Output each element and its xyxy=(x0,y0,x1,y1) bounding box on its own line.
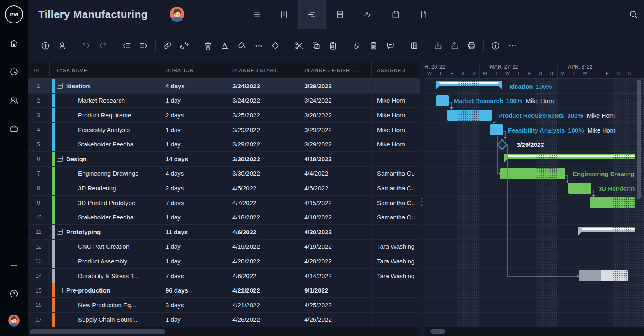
planned-start-cell[interactable]: 3/29/2022 xyxy=(227,123,299,137)
planned-finish-cell[interactable]: 4/4/2022 xyxy=(299,167,372,181)
table-row[interactable]: 13 Product Assembly 1 day 4/20/2022 4/20… xyxy=(28,254,420,269)
table-hscrollbar-thumb[interactable] xyxy=(30,329,165,334)
table-row[interactable]: 1 Ideation 4 days 3/24/2022 3/29/2022 xyxy=(28,79,420,94)
assigned-cell[interactable] xyxy=(372,152,420,166)
gantt-hscrollbar-thumb[interactable] xyxy=(430,329,445,334)
planned-finish-cell[interactable]: 9/1/2022 xyxy=(299,283,372,297)
table-row[interactable]: 7 Engineering Drawings 4 days 3/30/2022 … xyxy=(28,167,420,181)
gantt-milestone[interactable] xyxy=(497,139,508,150)
task-name-cell[interactable]: Pre-production xyxy=(50,283,160,297)
duration-cell[interactable]: 96 days xyxy=(160,283,227,297)
gantt-task-bar[interactable] xyxy=(568,183,591,194)
duration-cell[interactable]: 4 days xyxy=(160,167,227,181)
planned-start-cell[interactable]: 3/24/2022 xyxy=(227,79,299,93)
planned-start-cell[interactable]: 4/21/2022 xyxy=(227,283,299,297)
assigned-cell[interactable]: Mike Horn xyxy=(372,123,420,137)
table-row[interactable]: 9 3D Printed Prototype 7 days 4/7/2022 4… xyxy=(28,196,420,210)
collapse-group-icon[interactable] xyxy=(57,229,63,235)
duration-cell[interactable]: 11 days xyxy=(160,225,227,239)
add-task-button[interactable] xyxy=(37,37,54,55)
assigned-cell[interactable]: Tara Washing xyxy=(372,240,420,254)
duration-cell[interactable]: 1 day xyxy=(160,94,227,108)
table-row[interactable]: 16 New Production Eq... 3 days 4/21/2022… xyxy=(28,298,420,313)
duration-cell[interactable]: 1 day xyxy=(160,313,227,327)
task-name-cell[interactable]: Market Research xyxy=(50,94,160,108)
planned-start-cell[interactable]: 4/6/2022 xyxy=(227,225,299,239)
duration-cell[interactable]: 14 days xyxy=(160,152,227,166)
search-button[interactable] xyxy=(623,0,644,29)
panel-splitter[interactable] xyxy=(420,62,424,336)
sidebar-item-help[interactable] xyxy=(7,287,21,300)
planned-finish-cell[interactable]: 4/14/2022 xyxy=(299,269,372,283)
table-row[interactable]: 2 Market Research 1 day 3/24/2022 3/24/2… xyxy=(28,94,420,108)
assigned-cell[interactable] xyxy=(372,79,420,93)
task-name-cell[interactable]: Stakeholder Feedba... xyxy=(50,137,160,151)
planned-start-cell[interactable]: 4/7/2022 xyxy=(227,196,299,210)
sidebar-user-avatar[interactable] xyxy=(8,314,20,327)
sidebar-item-home[interactable] xyxy=(7,37,21,50)
outdent-button[interactable] xyxy=(118,37,135,55)
duration-cell[interactable]: 1 day xyxy=(160,254,227,268)
notes-button[interactable] xyxy=(365,37,382,55)
assigned-cell[interactable] xyxy=(372,225,420,239)
task-name-cell[interactable]: Product Assembly xyxy=(50,254,160,268)
planned-finish-cell[interactable]: 4/6/2022 xyxy=(299,181,372,195)
sidebar-item-plus[interactable] xyxy=(7,259,21,272)
task-name-cell[interactable]: Stakeholder Feedba... xyxy=(50,210,160,224)
planned-finish-cell[interactable]: 3/29/2022 xyxy=(299,123,372,137)
task-name-cell[interactable]: 3D Rendering xyxy=(50,181,160,195)
planned-start-cell[interactable]: 3/29/2022 xyxy=(227,137,299,151)
table-row[interactable]: 17 Supply Chain Sourci... 1 day 4/26/202… xyxy=(28,313,420,327)
table-row[interactable]: 15 Pre-production 96 days 4/21/2022 9/1/… xyxy=(28,283,420,298)
tab-gantt-view[interactable] xyxy=(298,0,326,29)
planned-start-cell[interactable]: 4/26/2022 xyxy=(227,313,299,327)
task-name-cell[interactable]: Feasibility Analysis xyxy=(50,123,160,137)
paste-button[interactable] xyxy=(324,37,341,55)
table-row[interactable]: 10 Stakeholder Feedba... 1 day 4/18/2022… xyxy=(28,210,420,225)
duration-cell[interactable]: 2 days xyxy=(160,181,227,195)
tab-sheet-view[interactable] xyxy=(326,0,354,29)
project-owner-avatar[interactable] xyxy=(169,6,185,22)
task-name-cell[interactable]: Prototyping xyxy=(50,225,160,239)
duration-cell[interactable]: 2 days xyxy=(160,108,227,122)
gantt-task-bar[interactable] xyxy=(436,95,449,106)
link-button[interactable] xyxy=(159,37,176,55)
font-color-button[interactable] xyxy=(216,37,233,55)
assigned-cell[interactable]: Tara Washing xyxy=(372,254,420,268)
planned-start-cell[interactable]: 4/20/2022 xyxy=(227,254,299,268)
planned-finish-cell[interactable]: 4/25/2022 xyxy=(299,298,372,312)
table-row[interactable]: 3 Product Requireme... 2 days 3/25/2022 … xyxy=(28,108,420,123)
task-name-cell[interactable]: 3D Printed Prototype xyxy=(50,196,160,210)
task-name-cell[interactable]: Durability & Stress T... xyxy=(50,269,160,283)
table-row[interactable]: 11 Prototyping 11 days 4/6/2022 4/20/202… xyxy=(28,225,420,240)
planned-finish-cell[interactable]: 3/29/2022 xyxy=(299,79,372,93)
assigned-cell[interactable]: Samantha Cu xyxy=(372,181,420,195)
tab-docs-view[interactable] xyxy=(409,0,437,29)
more-button[interactable] xyxy=(504,37,521,55)
duration-cell[interactable]: 1 day xyxy=(160,137,227,151)
number-button[interactable] xyxy=(250,37,267,55)
planned-finish-cell[interactable]: 4/15/2022 xyxy=(299,196,372,210)
assign-button[interactable] xyxy=(54,37,71,55)
planned-finish-cell[interactable]: 4/20/2022 xyxy=(299,254,372,268)
table-row[interactable]: 6 Design 14 days 3/30/2022 4/18/2022 xyxy=(28,152,420,167)
planned-start-cell[interactable]: 4/19/2022 xyxy=(227,240,299,254)
assigned-cell[interactable]: Mike Horn xyxy=(372,108,420,122)
assigned-cell[interactable] xyxy=(372,283,420,297)
app-logo[interactable]: PM xyxy=(5,5,23,23)
task-name-cell[interactable]: Supply Chain Sourci... xyxy=(50,313,160,327)
task-name-cell[interactable]: Ideation xyxy=(50,79,160,93)
comment-button[interactable] xyxy=(382,37,399,55)
task-name-cell[interactable]: Engineering Drawings xyxy=(50,167,160,181)
attachment-button[interactable] xyxy=(348,37,365,55)
sidebar-item-portfolio[interactable] xyxy=(7,122,21,135)
assigned-cell[interactable]: Samantha Cu xyxy=(372,210,420,224)
table-row[interactable]: 8 3D Rendering 2 days 4/5/2022 4/6/2022 … xyxy=(28,181,420,196)
tab-calendar-view[interactable] xyxy=(382,0,409,29)
planned-start-cell[interactable]: 3/30/2022 xyxy=(227,167,299,181)
planned-finish-cell[interactable]: 3/24/2022 xyxy=(299,94,372,108)
collapse-group-icon[interactable] xyxy=(57,288,63,293)
planned-start-cell[interactable]: 3/30/2022 xyxy=(227,152,299,166)
collapse-group-icon[interactable] xyxy=(57,156,63,162)
milestone-button[interactable] xyxy=(267,37,284,55)
